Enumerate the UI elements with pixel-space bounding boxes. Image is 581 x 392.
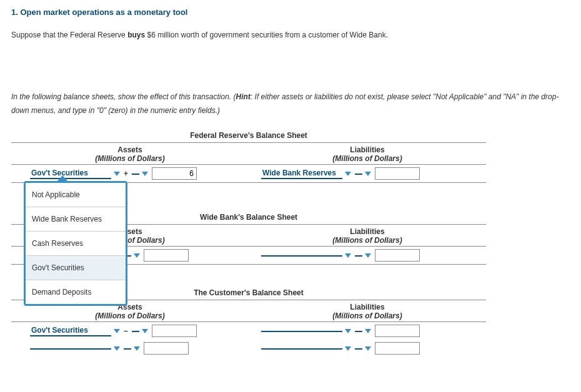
hint-bold: Hint [236, 92, 251, 101]
dropdown-menu: Not Applicable Wide Bank Reserves Cash R… [24, 181, 127, 306]
cust-r1-liab-value-input[interactable] [375, 325, 420, 337]
fed-asset-sign-dropdown[interactable] [132, 172, 148, 176]
cust-r1-asset-sign-prefix: – [124, 326, 128, 335]
cust-r2-liab-value-input[interactable] [375, 342, 420, 355]
cust-r2-asset-sign-dropdown[interactable] [124, 346, 140, 351]
cust-r1-liab-sign-label [355, 330, 362, 332]
fed-asset-item-dropdown[interactable]: Gov't Securities Not Applicable Wide Ban… [30, 169, 120, 179]
cust-r1-liab-item-label [261, 330, 342, 332]
chevron-down-icon [365, 346, 371, 351]
wide-liab-sign-label [355, 255, 362, 257]
chevron-down-icon [345, 346, 351, 351]
fed-liab-item-label: Wide Bank Reserves [261, 169, 342, 179]
chevron-down-icon [365, 253, 371, 258]
chevron-down-icon [345, 329, 351, 333]
page-title: 1. Open market operations as a monetary … [11, 7, 570, 17]
liabilities-header: Liabilities [249, 145, 486, 154]
intro-bold: buys [127, 31, 145, 39]
assets-unit: (Millions of Dollars) [11, 154, 249, 163]
hint-text: In the following balance sheets, show th… [11, 91, 570, 117]
fed-asset-value-input[interactable] [152, 167, 197, 180]
liabilities-header: Liabilities [249, 303, 486, 311]
intro-text: Suppose that the Federal Reserve buys $6… [11, 29, 570, 41]
cust-r2-liab-sign-label [355, 348, 362, 350]
cust-r1-asset-value-input[interactable] [152, 325, 197, 337]
liabilities-unit: (Millions of Dollars) [249, 311, 486, 320]
cust-r2-liab-item-label [261, 348, 342, 350]
intro-post: $6 million worth of government securitie… [145, 31, 388, 39]
chevron-down-icon [345, 172, 351, 176]
cust-r2-liab-sign-dropdown[interactable] [355, 346, 371, 351]
cust-r1-asset-sign-dropdown[interactable] [132, 329, 148, 333]
intro-pre: Suppose that the Federal Reserve [11, 31, 127, 39]
cust-r1-liab-item-dropdown[interactable] [261, 329, 351, 333]
fed-liab-item-dropdown[interactable]: Wide Bank Reserves [261, 169, 351, 179]
cust-r1-liab-sign-dropdown[interactable] [355, 329, 371, 333]
cust-r2-asset-item-dropdown[interactable] [30, 346, 120, 351]
wide-asset-value-input[interactable] [144, 249, 189, 262]
fed-asset-sign-label [132, 173, 139, 175]
cust-r2-asset-value-input[interactable] [144, 342, 189, 355]
chevron-down-icon [134, 346, 140, 351]
wide-liab-item-dropdown[interactable] [261, 253, 351, 258]
fed-asset-item-label: Gov't Securities [30, 169, 111, 179]
fed-headers: Assets (Millions of Dollars) Liabilities… [11, 143, 486, 164]
liabilities-unit: (Millions of Dollars) [249, 154, 486, 163]
dropdown-option[interactable]: Gov't Securities [26, 256, 126, 280]
cust-r1-asset-item-dropdown[interactable]: Gov't Securities [30, 326, 120, 336]
cust-r1-asset-item-label: Gov't Securities [30, 326, 111, 336]
liabilities-header: Liabilities [249, 227, 486, 236]
fed-liab-sign-label [355, 173, 362, 175]
fed-sheet-title: Federal Reserve's Balance Sheet [11, 129, 486, 142]
wide-liab-value-input[interactable] [375, 249, 420, 262]
chevron-down-icon [114, 329, 120, 333]
assets-unit: (Millions of Dollars) [11, 311, 249, 320]
chevron-down-icon [114, 172, 120, 176]
assets-header: Assets [11, 145, 249, 154]
fed-sheet: Federal Reserve's Balance Sheet Assets (… [11, 129, 486, 183]
cust-r2-asset-sign-label [124, 348, 131, 350]
chevron-down-icon [365, 329, 371, 333]
chevron-down-icon [142, 172, 148, 176]
wide-liab-sign-dropdown[interactable] [355, 253, 371, 258]
wide-liab-item-label [261, 255, 342, 257]
chevron-down-icon [142, 329, 148, 333]
liabilities-unit: (Millions of Dollars) [249, 236, 486, 245]
cust-r2-liab-item-dropdown[interactable] [261, 346, 351, 351]
cust-r2-asset-item-label [30, 348, 111, 350]
chevron-down-icon [134, 253, 140, 258]
dropdown-option[interactable]: Not Applicable [26, 183, 126, 207]
dropdown-option[interactable]: Cash Reserves [26, 232, 126, 256]
chevron-down-icon [345, 253, 351, 258]
hint-pre: In the following balance sheets, show th… [11, 92, 236, 101]
dropdown-option[interactable]: Demand Deposits [26, 280, 126, 304]
cust-r1-asset-sign-label [132, 330, 139, 332]
fed-liab-sign-dropdown[interactable] [355, 172, 371, 176]
fed-liab-value-input[interactable] [375, 167, 420, 180]
fed-asset-sign-prefix: + [124, 169, 128, 178]
chevron-down-icon [114, 346, 120, 351]
chevron-down-icon [365, 172, 371, 176]
dropdown-option[interactable]: Wide Bank Reserves [26, 207, 126, 232]
